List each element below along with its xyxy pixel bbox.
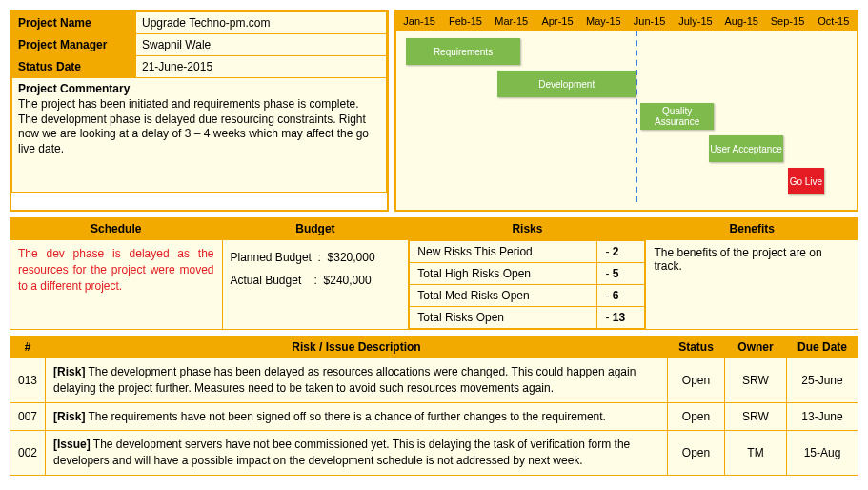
col-num: # [10,337,46,358]
actual-budget-label: Actual Budget [231,274,302,287]
total-risks-label: Total Risks Open [410,307,597,329]
project-info-panel: Project Name Upgrade Techno-pm.com Proje… [10,10,389,212]
gantt-bar: Go Live [788,168,825,194]
planned-budget-value: $320,000 [328,251,375,264]
risks-summary: New Risks This Period- 2 Total High Risk… [409,240,645,329]
budget-header: Budget [222,218,409,240]
commentary-body: The project has been initiated and requi… [18,97,380,156]
high-risks-label: Total High Risks Open [410,263,597,285]
risk-desc: [Risk] The development phase has been de… [46,358,668,403]
col-due: Due Date [787,337,858,358]
table-row: 007[Risk] The requirements have not been… [10,402,858,431]
project-manager-label: Project Manager [12,34,136,56]
gantt-bar: Quality Assurance [640,103,714,130]
project-name-value: Upgrade Techno-pm.com [136,12,387,34]
budget-cell: Planned Budget : $320,000 Actual Budget … [223,240,409,297]
planned-budget-label: Planned Budget [231,251,312,264]
gantt-bar: User Acceptance [709,135,782,162]
risk-owner: SRW [725,402,787,431]
high-risks-value: 5 [613,267,619,280]
risk-due: 13-June [787,402,858,431]
project-manager-value: Swapnil Wale [136,34,387,56]
risk-due: 25-June [787,358,858,403]
med-risks-label: Total Med Risks Open [410,285,597,307]
gantt-month: Apr-15 [535,11,580,31]
gantt-month: Aug-15 [718,11,764,31]
schedule-header: Schedule [10,218,223,240]
table-row: 002[Issue] The development servers have … [10,431,858,476]
risk-status: Open [668,402,725,431]
status-date-value: 21-June-2015 [136,56,387,78]
project-name-label: Project Name [12,12,136,34]
risk-owner: SRW [725,358,787,403]
benefits-text: The benefits of the project are on track… [646,240,858,278]
gantt-month: Feb-15 [442,11,488,31]
new-risks-value: 2 [613,245,619,258]
actual-budget-value: $240,000 [324,274,372,287]
gantt-body: RequirementsDevelopmentQuality Assurance… [396,31,857,202]
risk-desc: [Risk] The requirements have not been si… [46,402,668,431]
gantt-bar: Development [497,71,636,97]
commentary-title: Project Commentary [18,82,380,95]
schedule-text: The dev phase is delayed as the resource… [10,240,222,299]
risk-desc: [Issue] The development servers have not… [46,431,668,476]
today-line [636,31,637,202]
gantt-bar: Requirements [406,38,521,65]
gantt-month: May-15 [580,11,626,31]
risk-id: 002 [10,431,46,476]
gantt-month: Oct-15 [811,11,857,31]
status-date-label: Status Date [12,56,136,78]
risk-status: Open [668,431,725,476]
total-risks-value: 13 [613,311,625,324]
risk-due: 15-Aug [787,431,858,476]
new-risks-label: New Risks This Period [410,241,597,263]
risks-header: Risks [409,218,646,240]
risk-owner: TM [725,431,787,476]
gantt-month: Jan-15 [396,11,442,31]
project-commentary: Project Commentary The project has been … [12,78,387,193]
risk-status: Open [668,358,725,403]
gantt-month: Jun-15 [626,11,672,31]
summary-row: Schedule Budget Risks Benefits The dev p… [10,217,858,330]
gantt-header: Jan-15Feb-15Mar-15Apr-15May-15Jun-15July… [396,11,857,31]
col-desc: Risk / Issue Description [46,337,668,358]
gantt-month: Sep-15 [764,11,810,31]
med-risks-value: 6 [613,289,619,302]
risk-id: 013 [10,358,46,403]
table-row: 013[Risk] The development phase has been… [10,358,858,403]
gantt-month: July-15 [673,11,718,31]
col-status: Status [668,337,725,358]
gantt-chart: Jan-15Feb-15Mar-15Apr-15May-15Jun-15July… [394,10,858,212]
risk-issue-table: # Risk / Issue Description Status Owner … [10,336,858,476]
col-owner: Owner [725,337,787,358]
benefits-header: Benefits [646,218,858,240]
risk-id: 007 [10,402,46,431]
gantt-month: Mar-15 [489,11,535,31]
